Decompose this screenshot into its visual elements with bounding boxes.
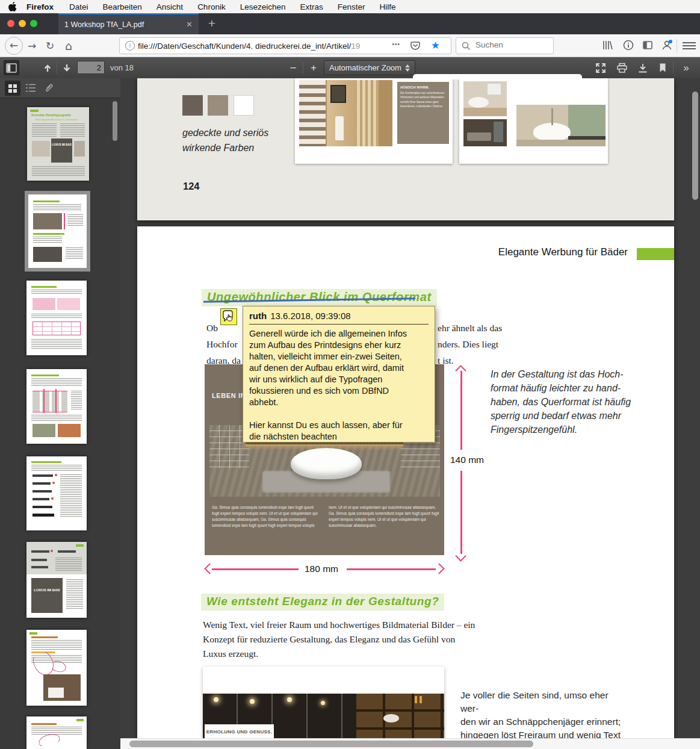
toolbar-divider: [57, 62, 57, 73]
text-block: [55, 558, 82, 571]
horizontal-scrollbar-thumb[interactable]: [129, 741, 533, 747]
zoom-select[interactable]: Automatischer Zoom: [324, 60, 415, 75]
section-heading-2-wrap: Wie entsteht Eleganz in der Gestaltung?: [201, 594, 444, 611]
menu-item-ansicht[interactable]: Ansicht: [156, 2, 183, 11]
mockup-column-2: nem. Ut et ut que volupieniam qui suscim…: [329, 505, 440, 537]
bath-photo-large: [516, 105, 606, 146]
annotation-popup[interactable]: ruth13.6.2018, 09:39:08 Generell würde i…: [243, 306, 435, 443]
thumbnail-page-8[interactable]: [26, 716, 87, 749]
previous-page-button[interactable]: [40, 60, 55, 75]
window-zoom-button[interactable]: [30, 20, 37, 27]
window-close-button[interactable]: [7, 20, 14, 27]
new-tab-button[interactable]: +: [203, 15, 220, 32]
back-button[interactable]: ←: [5, 37, 23, 55]
menu-item-datei[interactable]: Datei: [69, 2, 88, 11]
search-icon: [461, 41, 471, 51]
thumbnails-view-button[interactable]: [5, 81, 20, 96]
color-swatch-white: [234, 95, 254, 116]
brochure-text-block: HÜBSCH WARM. Die Kombination von verschi…: [397, 82, 449, 144]
red-dot: [51, 497, 54, 500]
library-icon[interactable]: [601, 39, 615, 52]
text-block: [71, 391, 82, 410]
home-button[interactable]: ⌂: [61, 39, 76, 52]
forward-button[interactable]: →: [25, 40, 39, 52]
attachments-view-button[interactable]: [43, 82, 54, 93]
bookmark-star-icon[interactable]: ★: [431, 39, 440, 51]
menu-item-chronik[interactable]: Chronik: [197, 2, 226, 11]
red-dot: [52, 482, 55, 484]
bath-photo-small-1: [463, 81, 507, 116]
thumbnail-page-7[interactable]: [26, 630, 87, 706]
text-block: [66, 247, 83, 260]
menu-item-fenster[interactable]: Fenster: [338, 2, 365, 11]
tab-bar: 1 Workshop TfA_LA.pdf ✕ +: [0, 13, 700, 34]
toolbar-divider: [303, 62, 303, 73]
green-heading-line: [31, 461, 61, 463]
page-actions-icon[interactable]: •••: [392, 41, 400, 48]
thumb1-subtitle: Eine elegante Broschüre in Querformat: [36, 118, 84, 121]
outline-view-button[interactable]: [25, 83, 36, 93]
thumbnail-page-3[interactable]: [26, 281, 87, 355]
green-accent-bar: [637, 248, 674, 260]
annotation-note-icon[interactable]: [220, 308, 237, 325]
dim-arrowhead-down: [455, 550, 466, 561]
url-text[interactable]: file:///Daten/Geschaft/Kunden/4. diedruc…: [138, 42, 391, 51]
tools-more-button[interactable]: »: [678, 60, 693, 75]
thumbnail-page-5[interactable]: [26, 456, 87, 530]
account-icon[interactable]: [661, 39, 674, 52]
pdf-toolbar: von 18 − + Automatischer Zoom »: [0, 57, 700, 78]
thumbnail-page-1[interactable]: Korrekte Detailtypografie Eine elegante …: [27, 107, 89, 181]
dim-line-v: [460, 471, 462, 554]
window-minimize-button[interactable]: [19, 20, 26, 27]
sidebar-scrollbar-thumb[interactable]: [113, 101, 117, 141]
text-block: [32, 166, 85, 176]
presentation-mode-button[interactable]: [593, 60, 609, 75]
print-button[interactable]: [614, 60, 630, 75]
reload-button[interactable]: ↻: [43, 40, 57, 52]
mockup-block: [33, 213, 62, 229]
apple-menu-icon[interactable]: [8, 2, 17, 11]
zoom-select-label: Automatischer Zoom: [329, 63, 401, 72]
bookmark-view-button[interactable]: [655, 60, 671, 75]
tab-workshop-pdf[interactable]: 1 Workshop TfA_LA.pdf ✕: [58, 13, 199, 34]
sidebar-toggle-button[interactable]: [4, 60, 19, 75]
page-number-input[interactable]: [77, 61, 105, 74]
download-button[interactable]: [635, 60, 651, 75]
pink-block: [33, 298, 55, 310]
thumbnail-page-6[interactable]: LUXUS IM BAD: [26, 542, 87, 618]
url-bar[interactable]: i file:///Daten/Geschaft/Kunden/4. diedr…: [119, 37, 451, 54]
book-page-number: 124: [183, 181, 200, 192]
text-block: [33, 204, 81, 210]
pocket-icon[interactable]: [410, 40, 421, 51]
text-block: [32, 123, 57, 137]
next-page-button[interactable]: [59, 60, 75, 75]
para2: Wenig Text, viel freier Raum und hochwer…: [203, 618, 475, 661]
tab-close-icon[interactable]: ✕: [181, 20, 193, 29]
vertical-scrollbar-thumb[interactable]: [692, 92, 698, 200]
zoom-out-button[interactable]: −: [285, 60, 301, 75]
text-block: [66, 579, 83, 609]
dim-arrowhead-right: [433, 563, 444, 574]
search-bar[interactable]: [456, 37, 554, 54]
horizontal-scrollbar[interactable]: [120, 738, 700, 749]
photo-block: [33, 247, 62, 262]
dim-line-h: [347, 568, 436, 570]
pdf-page-2: Elegante Werbung für Bäder Ungewöhnliche…: [137, 226, 674, 749]
menu-item-extras[interactable]: Extras: [300, 2, 323, 11]
menu-item-lesezeichen[interactable]: Lesezeichen: [240, 2, 286, 11]
hamburger-menu-icon[interactable]: [683, 40, 696, 51]
search-input[interactable]: [474, 40, 549, 50]
macos-menubar: Firefox Datei Bearbeiten Ansicht Chronik…: [0, 0, 700, 14]
cover-image: LUXUS IM BAD: [31, 578, 63, 613]
sidebars-icon[interactable]: [642, 39, 655, 52]
menu-item-firefox[interactable]: Firefox: [26, 2, 54, 11]
site-info-icon[interactable]: i: [125, 41, 135, 51]
thumbnail-page-4[interactable]: [26, 369, 87, 444]
green-heading-line: [33, 200, 60, 202]
zoom-in-button[interactable]: +: [306, 60, 321, 75]
thumbnail-page-2[interactable]: [28, 194, 87, 268]
menu-item-bearbeiten[interactable]: Bearbeiten: [103, 2, 142, 11]
orange-heading-line: [31, 636, 58, 638]
info-circle-icon[interactable]: [622, 39, 636, 52]
menu-item-hilfe[interactable]: Hilfe: [380, 2, 396, 11]
